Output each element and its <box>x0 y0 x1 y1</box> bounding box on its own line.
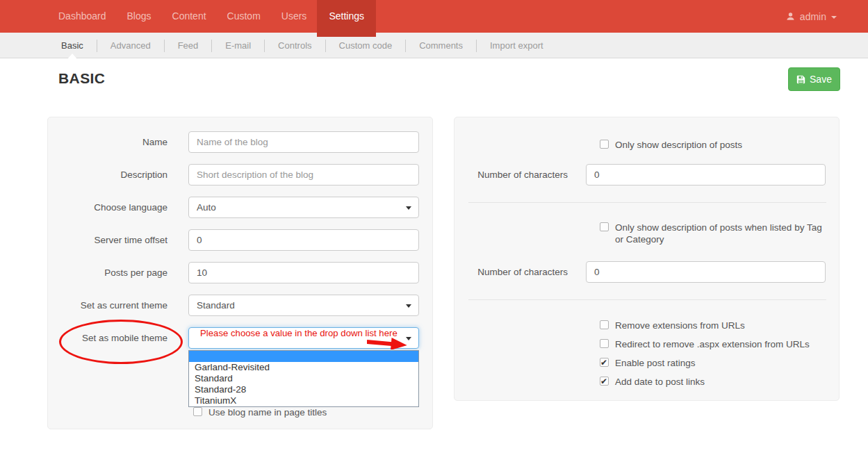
current-theme-row: Set as current theme Standard <box>48 295 434 316</box>
settings-subnav: Basic Advanced Feed E-mail Controls Cust… <box>0 33 868 58</box>
mobile-theme-dropdown-list: Garland-Revisited Standard Standard-28 T… <box>188 350 419 407</box>
name-row: Name <box>48 131 434 153</box>
tab-basic[interactable]: Basic <box>48 33 97 58</box>
desc-by-tag-label: Only show description of posts when list… <box>615 222 822 245</box>
num-chars-label-1: Number of characters <box>455 164 568 185</box>
enable-ratings-row: Enable post ratings <box>600 357 696 369</box>
dropdown-option-standard[interactable]: Standard <box>189 373 418 384</box>
posts-per-page-label: Posts per page <box>48 262 167 283</box>
save-button[interactable]: Save <box>788 67 840 91</box>
time-offset-label: Server time offset <box>48 229 167 251</box>
redirect-aspx-label: Redirect to remove .aspx extension from … <box>615 338 810 350</box>
description-row: Description <box>48 164 434 185</box>
desc-by-tag-checkbox[interactable] <box>600 222 609 231</box>
subnav-items: Basic Advanced Feed E-mail Controls Cust… <box>48 33 557 58</box>
chevron-down-icon <box>831 16 837 19</box>
desc-tag-row: Only show description of posts when list… <box>600 222 822 245</box>
add-date-checkbox[interactable] <box>600 377 609 386</box>
tab-comments[interactable]: Comments <box>406 33 476 58</box>
only-show-description-label: Only show description of posts <box>615 139 742 151</box>
blog-settings-panel: Name Description Choose language Auto Se… <box>47 117 433 429</box>
num-chars-row-1: Number of characters <box>455 164 840 185</box>
settings-basic-page: { "topnav": { "items": [ {"label": "Dash… <box>0 0 868 462</box>
use-blog-name-label: Use blog name in page titles <box>208 406 327 418</box>
enable-ratings-label: Enable post ratings <box>615 357 696 369</box>
redirect-aspx-checkbox[interactable] <box>600 339 609 348</box>
description-input[interactable] <box>188 164 419 185</box>
remove-extensions-checkbox[interactable] <box>600 320 609 329</box>
name-input[interactable] <box>188 131 419 153</box>
language-select-value: Auto <box>197 202 216 213</box>
tab-feed[interactable]: Feed <box>165 33 212 58</box>
post-display-settings-panel: Only show description of posts Number of… <box>454 117 840 401</box>
top-nav-items: Dashboard Blogs Content Custom Users Set… <box>48 0 376 33</box>
num-chars-input-2[interactable] <box>586 261 826 283</box>
current-theme-label: Set as current theme <box>48 295 167 316</box>
language-label: Choose language <box>48 197 167 218</box>
only-show-description-checkbox[interactable] <box>600 140 609 149</box>
num-chars-input-1[interactable] <box>586 164 826 185</box>
name-label: Name <box>48 131 167 153</box>
tab-email[interactable]: E-mail <box>212 33 264 58</box>
top-navbar: Dashboard Blogs Content Custom Users Set… <box>0 0 868 33</box>
user-name: admin <box>800 11 826 22</box>
nav-item-blogs[interactable]: Blogs <box>117 0 162 33</box>
tab-controls[interactable]: Controls <box>265 33 325 58</box>
select-caret-icon <box>406 337 411 340</box>
nav-item-content[interactable]: Content <box>162 0 217 33</box>
description-label: Description <box>48 164 167 185</box>
annotation-ellipse <box>59 320 183 364</box>
tab-import-export[interactable]: Import export <box>477 33 557 58</box>
use-blog-name-checkbox[interactable] <box>193 407 202 416</box>
tab-advanced[interactable]: Advanced <box>97 33 164 58</box>
dropdown-option-garland-revisited[interactable]: Garland-Revisited <box>189 362 418 373</box>
nav-item-dashboard[interactable]: Dashboard <box>48 0 117 33</box>
dropdown-option-titaniumx[interactable]: TitaniumX <box>189 395 418 406</box>
select-caret-icon <box>406 206 411 210</box>
posts-per-page-row: Posts per page <box>48 262 434 283</box>
language-select[interactable]: Auto <box>188 197 419 218</box>
nav-item-custom[interactable]: Custom <box>217 0 271 33</box>
select-caret-icon <box>406 304 411 308</box>
current-theme-select-value: Standard <box>197 300 235 311</box>
posts-per-page-input[interactable] <box>188 262 419 283</box>
add-date-row: Add date to post links <box>600 376 705 388</box>
time-offset-row: Server time offset <box>48 229 434 251</box>
user-icon <box>786 12 795 21</box>
save-disk-icon <box>796 75 805 84</box>
remove-extensions-row: Remove extensions from URLs <box>600 320 745 331</box>
save-button-label: Save <box>810 74 832 85</box>
num-chars-row-2: Number of characters <box>455 261 840 283</box>
page-title: BASIC <box>58 70 105 87</box>
language-row: Choose language Auto <box>48 197 434 218</box>
time-offset-input[interactable] <box>188 229 419 251</box>
use-blog-name-row: Use blog name in page titles <box>193 406 327 418</box>
remove-extensions-label: Remove extensions from URLs <box>615 320 745 331</box>
section-divider <box>468 202 826 203</box>
desc-posts-row: Only show description of posts <box>600 139 742 151</box>
user-menu[interactable]: admin <box>786 0 837 33</box>
dropdown-option-standard-28[interactable]: Standard-28 <box>189 384 418 395</box>
mobile-theme-select[interactable]: Please choose a value in the drop down l… <box>188 327 419 349</box>
nav-item-settings[interactable]: Settings <box>317 0 376 37</box>
add-date-label: Add date to post links <box>615 376 705 388</box>
num-chars-label-2: Number of characters <box>455 261 568 283</box>
enable-ratings-checkbox[interactable] <box>600 358 609 367</box>
dropdown-option-empty[interactable] <box>189 351 418 362</box>
redirect-aspx-row: Redirect to remove .aspx extension from … <box>600 338 810 350</box>
nav-item-users[interactable]: Users <box>271 0 318 33</box>
section-divider <box>468 299 826 300</box>
current-theme-select[interactable]: Standard <box>188 295 419 316</box>
